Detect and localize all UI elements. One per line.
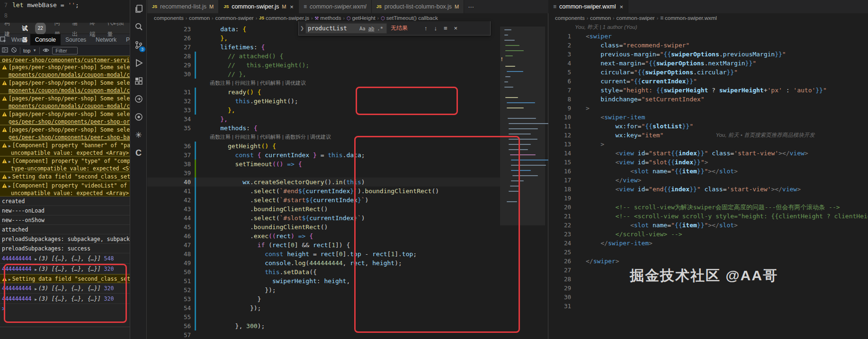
- inspector-tab-Console[interactable]: Console: [30, 34, 61, 45]
- clear-console-icon[interactable]: [11, 47, 17, 54]
- breadcrumb[interactable]: components› common› common-swiper› ≡comm…: [555, 13, 863, 23]
- live-expression-eye-icon[interactable]: [43, 47, 49, 54]
- context-dropdown[interactable]: top ▼: [23, 48, 36, 54]
- inspector-tab-Sources[interactable]: Sources: [61, 34, 91, 45]
- devtools-tab-调试器[interactable]: 调试器22: [18, 23, 50, 34]
- console-row[interactable]: [pages/peer-shop/peer-shop] Some selecto…: [0, 62, 130, 78]
- match-case-icon[interactable]: Aa: [358, 26, 367, 31]
- console-row[interactable]: ▶[Component] property "videoList" of "pa…: [0, 181, 130, 196]
- find-next-icon[interactable]: ↓: [431, 25, 441, 32]
- console-row[interactable]: 444444444 ▶(3) [{…}, {…}, {…}] 320: [0, 264, 130, 274]
- console-row[interactable]: 444444444 ▶(3) [{…}, {…}, {…}] 320: [0, 283, 130, 294]
- source-link[interactable]: ges/peer-shop/components/peer-shop-banne…: [9, 134, 130, 141]
- editor-tab[interactable]: JScommon-swiper.js M ×: [219, 0, 299, 13]
- code-editor-wxml[interactable]: You, 昨天 | 1 author (You) 1 <swiper 2 cla…: [548, 23, 868, 339]
- extensions-icon[interactable]: [130, 72, 147, 90]
- breadcrumb-item[interactable]: ⚒methods: [314, 15, 341, 21]
- breadcrumb-item[interactable]: JScommon-swiper.js: [259, 15, 309, 21]
- testing-icon[interactable]: [130, 108, 147, 126]
- find-close-icon[interactable]: ×: [451, 25, 461, 32]
- console-row[interactable]: [pages/peer-shop/peer-shop] Some selecto…: [0, 78, 130, 94]
- more-actions-icon[interactable]: ⋯: [468, 3, 474, 10]
- minimap-slider[interactable]: [500, 27, 545, 225]
- source-link[interactable]: ges/peer-shop/components/customer-servic…: [2, 57, 130, 62]
- breadcrumb-item[interactable]: ≡common-swiper.wxml: [660, 15, 717, 21]
- editor-tab[interactable]: JSproduct-list-column-box.js M: [372, 0, 465, 13]
- codelens[interactable]: 函数注释 | 行间注释 | 代码解释 | 调优建议: [147, 79, 500, 88]
- source-control-icon[interactable]: 3: [130, 36, 147, 54]
- devtools-tab-输出[interactable]: 输出: [68, 23, 85, 34]
- console-row[interactable]: new----onLoad: [0, 206, 130, 215]
- inspect-element-icon[interactable]: [0, 34, 7, 45]
- devtools-tab-问题[interactable]: 问题: [50, 23, 68, 34]
- console-row[interactable]: 444444444 ▶(3) [{…}, {…}, {…}] 548: [0, 253, 130, 264]
- breadcrumb-item[interactable]: ⬡setTimeout() callback: [381, 15, 438, 21]
- inspector-tab-Wxml[interactable]: Wxml: [7, 34, 30, 45]
- console-row[interactable]: preloadSubpackages: subpackage, subpacka…: [0, 234, 130, 244]
- find-input[interactable]: productList Aa ab .*: [305, 23, 387, 34]
- inspector-tab-Perf[interactable]: Perf: [121, 34, 130, 45]
- console-sidebar-icon[interactable]: [2, 47, 8, 54]
- openai-icon[interactable]: ✳: [130, 126, 147, 144]
- mini-editor[interactable]: 7let mwebBase = ''; 8: [0, 0, 130, 23]
- console-row[interactable]: created: [0, 196, 130, 206]
- live-share-icon[interactable]: [130, 90, 147, 108]
- codelens[interactable]: 函数注释 | 行间注释 | 代码解释 | 函数拆分 | 调优建议: [147, 133, 500, 142]
- console-row[interactable]: 444444444 ▶(3) [{…}, {…}, {…}] 320: [0, 294, 130, 304]
- breadcrumb-item[interactable]: common: [590, 15, 611, 21]
- expand-caret-icon[interactable]: ▶: [35, 268, 37, 272]
- find-in-selection-icon[interactable]: ≡: [440, 25, 451, 32]
- console-row[interactable]: preloadSubpackages: success: [0, 244, 130, 253]
- expand-caret-icon[interactable]: ▶: [9, 184, 11, 188]
- console-row[interactable]: ▶[Component] property "type" of "compone…: [0, 156, 130, 172]
- close-icon[interactable]: ×: [619, 3, 623, 10]
- minimap[interactable]: !: [500, 23, 545, 274]
- expand-caret-icon[interactable]: ▶: [35, 257, 37, 261]
- breadcrumb-item[interactable]: ⬡getHeight: [347, 15, 376, 21]
- source-link[interactable]: ges/peer-shop/components/peer-shop-order…: [9, 118, 130, 125]
- console-row[interactable]: ▶[Component] property "banner" of "pages…: [0, 141, 130, 156]
- console-row[interactable]: attached: [0, 225, 130, 234]
- breadcrumb-item[interactable]: components: [154, 15, 184, 21]
- source-link[interactable]: mponents/coupon/modals/coupon-modal/coup…: [9, 103, 130, 109]
- editor-tab[interactable]: JSrecommend-list.js M: [147, 0, 219, 13]
- expand-caret-icon[interactable]: ▶: [9, 175, 11, 179]
- console-row[interactable]: ▶Setting data field "second_class_set" t…: [0, 274, 130, 283]
- search-icon[interactable]: [130, 18, 147, 36]
- console-row[interactable]: ges/peer-shop/components/customer-servic…: [0, 56, 130, 62]
- code-editor-js[interactable]: 23 data: { 26 }, 27 lifetimes: { 28 // a…: [147, 23, 500, 339]
- close-icon[interactable]: ×: [290, 3, 294, 10]
- expand-caret-icon[interactable]: ▶: [9, 277, 11, 282]
- ai-c-icon[interactable]: C: [130, 144, 147, 162]
- whole-word-icon[interactable]: ab: [367, 26, 376, 31]
- console-row[interactable]: [pages/peer-shop/peer-shop] Some selecto…: [0, 109, 130, 125]
- explorer-icon[interactable]: [130, 0, 147, 18]
- find-expand-chevron-icon[interactable]: ❯: [299, 26, 305, 31]
- debug-icon[interactable]: [130, 54, 147, 72]
- source-link[interactable]: mponents/coupon/modals/coupon-modal/char…: [9, 71, 130, 78]
- console-row[interactable]: [pages/peer-shop/peer-shop] Some selecto…: [0, 94, 130, 109]
- console-prompt[interactable]: >: [0, 304, 130, 313]
- console-row[interactable]: ▶Setting data field "second_class_set" t…: [0, 172, 130, 181]
- find-prev-icon[interactable]: ↑: [421, 25, 431, 32]
- expand-caret-icon[interactable]: ▶: [35, 297, 37, 302]
- regex-icon[interactable]: .*: [376, 26, 385, 31]
- inspector-tab-Network[interactable]: Network: [91, 34, 121, 45]
- console-log-list[interactable]: ges/peer-shop/components/customer-servic…: [0, 56, 130, 313]
- breadcrumb-item[interactable]: components: [555, 15, 585, 21]
- console-filter-input[interactable]: Filter: [52, 47, 78, 54]
- expand-caret-icon[interactable]: ▶: [9, 160, 11, 164]
- breadcrumb-item[interactable]: common-swiper: [215, 15, 253, 21]
- editor-tab[interactable]: ≡common-swiper.wxml: [299, 0, 372, 13]
- breadcrumb-item[interactable]: common-swiper: [616, 15, 654, 21]
- editor-tab[interactable]: ≡common-swiper.wxml ×: [548, 0, 628, 13]
- devtools-tab-代码质量[interactable]: 代码质量: [103, 23, 130, 34]
- expand-caret-icon[interactable]: ▶: [9, 144, 11, 148]
- breadcrumb-item[interactable]: common: [189, 15, 210, 21]
- console-row[interactable]: [pages/peer-shop/peer-shop] Some selecto…: [0, 125, 130, 141]
- devtools-tab-终端[interactable]: 终端: [85, 23, 103, 34]
- source-link[interactable]: mponents/coupon/modals/coupon-modal/coup…: [9, 87, 130, 94]
- console-row[interactable]: new----onShow: [0, 215, 130, 225]
- expand-caret-icon[interactable]: ▶: [35, 287, 37, 291]
- devtools-tab-构建[interactable]: 构建: [0, 23, 18, 34]
